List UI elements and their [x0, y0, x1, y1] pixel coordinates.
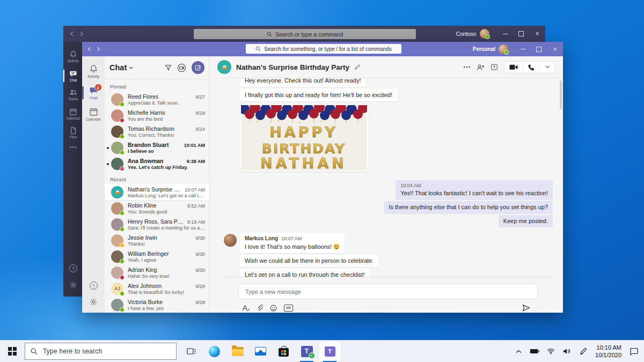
chat-list-item[interactable]: AJ Alex Johnson9/29That is beautiful! So… — [105, 280, 209, 297]
scrollbar[interactable] — [560, 80, 562, 109]
chat-preview: That is beautiful! So lucky! — [128, 290, 205, 295]
presence-dot — [120, 118, 125, 123]
chat-time: 8:19 AM — [187, 219, 205, 225]
chat-preview: I have a few, yes — [128, 306, 205, 311]
edge-button[interactable] — [203, 341, 226, 362]
help-icon[interactable]: ? — [69, 264, 77, 272]
action-center-button[interactable] — [627, 341, 641, 362]
account-name[interactable]: Personal — [473, 46, 495, 52]
rail-item-files[interactable]: Files — [63, 123, 83, 143]
video-call-button[interactable] — [504, 62, 523, 72]
message-received: Hey everyone. Check this out! Almost rea… — [240, 78, 365, 87]
chevron-down-icon — [545, 65, 550, 69]
send-icon — [522, 304, 530, 312]
start-button[interactable] — [0, 341, 25, 362]
rail-item-teams[interactable]: Teams — [63, 85, 83, 105]
message-timestamp: 10:07 AM — [281, 235, 302, 242]
birthday-balloons-image[interactable]: HAPPY BIRTHDAY NATHAN — [240, 104, 368, 172]
chat-list-item[interactable]: Jessie Irwin9/30Thanks! — [105, 232, 209, 248]
chat-list-item[interactable]: Michelle Harris9/29You are the best — [105, 107, 209, 123]
maximize-button[interactable] — [531, 42, 547, 56]
personal-avatar[interactable] — [499, 45, 508, 54]
chat-list-item[interactable]: Brandon Stuart10:01 AMI believe so — [105, 139, 209, 156]
audio-call-button[interactable] — [523, 62, 540, 73]
attach-icon[interactable] — [257, 305, 263, 312]
format-icon[interactable] — [242, 305, 250, 312]
rail-item-activity[interactable]: Activity — [63, 47, 83, 67]
contoso-avatar[interactable] — [480, 29, 489, 39]
minimize-button[interactable] — [497, 26, 513, 42]
back-icon[interactable] — [87, 47, 91, 51]
account-name[interactable]: Contoso — [456, 31, 476, 37]
help-icon[interactable]: ? — [90, 282, 98, 290]
taskbar-search[interactable] — [25, 343, 177, 360]
calendar-icon — [69, 108, 77, 116]
settings-gear-icon[interactable] — [89, 298, 98, 306]
new-chat-button[interactable] — [192, 61, 204, 74]
volume-indicator[interactable] — [560, 341, 574, 362]
message-received: Markus Long 10:07 AM I love it! That's s… — [240, 233, 345, 253]
minimize-button[interactable] — [515, 42, 531, 56]
teams-personal-button[interactable]: T — [318, 341, 341, 362]
back-icon[interactable] — [70, 31, 74, 36]
store-button[interactable] — [272, 341, 295, 362]
close-button[interactable]: × — [547, 42, 563, 56]
balloon-word-nathan: NATHAN — [260, 155, 347, 171]
chat-list-item[interactable]: Ana Bowman9:38 AMYes. Let's catch up Fri… — [105, 156, 209, 172]
battery-indicator[interactable] — [528, 341, 541, 362]
emoji-icon[interactable] — [270, 305, 277, 312]
rail-item-more[interactable] — [63, 143, 83, 152]
mail-button[interactable] — [249, 341, 272, 362]
chat-name: Adrian King — [128, 267, 193, 273]
rail-item-activity[interactable]: Activity — [82, 61, 105, 82]
battery-icon — [530, 349, 539, 354]
tray-expand-button[interactable] — [511, 341, 525, 362]
file-explorer-button[interactable] — [226, 341, 249, 362]
chat-list-item-selected[interactable]: Nathan's Surprise Birthday...10:07 AMMar… — [105, 184, 209, 200]
rail-item-chat[interactable]: 2 Chat — [82, 82, 105, 104]
chat-list-item[interactable]: Henry Ross, Sara Perez, +58:19 AMSara: I… — [105, 216, 209, 232]
presence-dot — [120, 134, 125, 139]
contoso-search-bar[interactable]: Search or type a command — [194, 29, 416, 39]
more-dots-icon — [69, 146, 77, 149]
meet-now-camera-icon[interactable] — [177, 63, 186, 72]
taskbar-search-input[interactable] — [42, 347, 171, 356]
pen-icon — [580, 348, 587, 355]
pop-out-icon[interactable] — [491, 63, 498, 71]
message-list[interactable]: Hey everyone. Check this out! Almost rea… — [210, 78, 563, 277]
gif-icon[interactable]: GIF — [284, 305, 293, 312]
taskbar-clock[interactable]: 10:10 AM 10/1/2020 — [592, 344, 625, 359]
chat-list-item[interactable]: Victoria Burke9/28I have a few, yes — [105, 297, 209, 313]
chat-list-item[interactable]: Reed Flores9/27Appreciate it. Talk soon. — [105, 91, 209, 107]
forward-icon[interactable] — [79, 31, 84, 36]
rail-item-calendar[interactable]: Calendar — [63, 105, 83, 124]
pen-indicator[interactable] — [576, 341, 590, 362]
wifi-indicator[interactable] — [544, 341, 558, 362]
chat-list-item[interactable]: Adrian King9/30Haha! So very true! — [105, 264, 209, 280]
chat-list-item[interactable]: William Beringer9/30Yeah, I agree — [105, 248, 209, 264]
teams-work-button[interactable]: T ✓ — [295, 341, 318, 362]
message-input[interactable] — [238, 284, 538, 299]
personal-search-bar[interactable]: Search for something, or type / for a li… — [246, 44, 401, 54]
chat-time: 9/30 — [195, 268, 205, 273]
filter-icon[interactable] — [165, 64, 172, 71]
chat-list-item[interactable]: Robin Kline9:52 AMYou: Sounds good — [105, 200, 209, 216]
more-options-icon[interactable] — [463, 66, 471, 68]
edit-title-pencil-icon[interactable] — [354, 64, 361, 70]
chat-bubble-icon — [69, 70, 77, 78]
send-button[interactable] — [522, 304, 530, 312]
settings-gear-icon[interactable] — [69, 281, 77, 289]
add-people-icon[interactable] — [477, 64, 485, 71]
bell-icon — [69, 50, 77, 58]
chat-preview: Thanks! — [128, 241, 205, 247]
contoso-app-rail: Activity Chat Teams Calendar Files — [63, 42, 83, 297]
rail-item-chat[interactable]: Chat — [63, 67, 83, 86]
chat-list-item[interactable]: Tomas Richardson9/24You: Correct. Thanks… — [105, 123, 209, 139]
chat-list-title[interactable]: Chat — [109, 63, 133, 72]
close-button[interactable]: × — [529, 26, 545, 42]
rail-item-calendar[interactable]: Calendar — [82, 104, 105, 125]
maximize-button[interactable] — [513, 26, 529, 42]
forward-icon[interactable] — [97, 47, 100, 51]
call-options-chevron[interactable] — [540, 63, 555, 71]
task-view-button[interactable] — [180, 341, 203, 362]
